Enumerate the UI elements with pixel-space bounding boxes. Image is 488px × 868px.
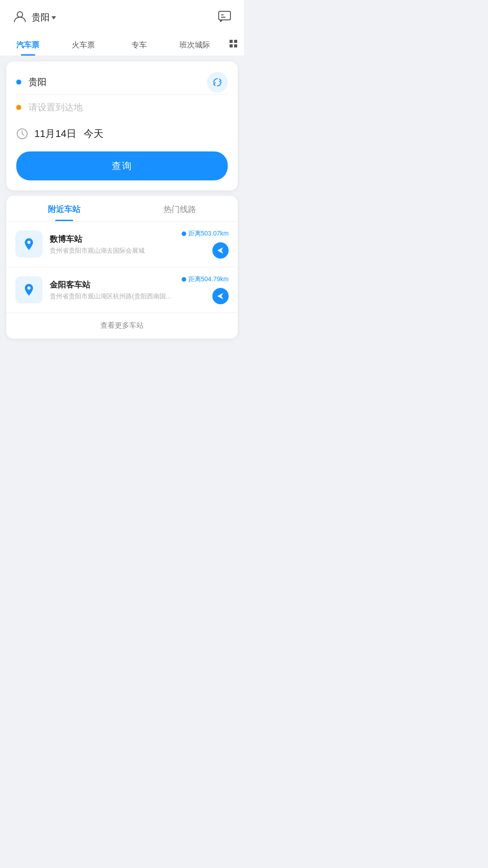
from-dot-icon <box>16 80 21 85</box>
tab-bus-ticket[interactable]: 汽车票 <box>0 35 56 56</box>
tab-intercity[interactable]: 班次城际 <box>167 35 222 56</box>
search-card: 贵阳 请设置到达地 11月14日 今天 查询 <box>6 61 238 190</box>
station-address: 贵州省贵阳市观山湖去国际会展城 <box>50 247 181 255</box>
svg-point-0 <box>17 12 23 17</box>
from-city: 贵阳 <box>28 76 47 88</box>
from-row[interactable]: 贵阳 <box>16 70 228 95</box>
station-info: 金阳客车站 贵州省贵阳市观山湖区杭州路(贵阳西南国... <box>50 279 181 301</box>
chat-icon[interactable] <box>218 9 231 25</box>
svg-point-5 <box>28 287 31 290</box>
distance-dot-icon <box>181 231 187 236</box>
swap-button[interactable] <box>207 72 228 93</box>
more-button[interactable] <box>222 40 244 51</box>
to-row[interactable]: 请设置到达地 <box>16 95 228 120</box>
tab-train-ticket[interactable]: 火车票 <box>56 35 111 56</box>
arrow-icon <box>216 246 225 255</box>
grid-icon <box>230 40 237 47</box>
station-icon-wrap <box>15 276 42 303</box>
svg-point-4 <box>182 231 186 236</box>
nav-tabs: 汽车票 火车票 专车 班次城际 <box>0 33 244 56</box>
header: 贵阳 <box>0 0 244 33</box>
distance-dot-icon <box>181 277 187 282</box>
station-item[interactable]: 数博车站 贵州省贵阳市观山湖去国际会展城 距离503.07km <box>6 222 238 267</box>
station-right: 距离504.79km <box>181 275 229 304</box>
chevron-down-icon <box>52 16 56 19</box>
station-right: 距离503.07km <box>181 230 229 259</box>
station-item[interactable]: 金阳客车站 贵州省贵阳市观山湖区杭州路(贵阳西南国... 距离504.79km <box>6 267 238 313</box>
tab-nearby-stations[interactable]: 附近车站 <box>6 196 122 221</box>
station-address: 贵州省贵阳市观山湖区杭州路(贵阳西南国... <box>50 292 181 301</box>
tab-private-car[interactable]: 专车 <box>111 35 167 56</box>
header-left: 贵阳 <box>13 9 56 25</box>
date-today: 今天 <box>84 127 103 141</box>
city-name: 贵阳 <box>32 11 50 24</box>
date: 11月14日 <box>34 127 76 141</box>
station-tabs: 附近车站 热门线路 <box>6 196 238 222</box>
svg-point-6 <box>182 277 186 282</box>
to-dot-icon <box>16 105 21 110</box>
tab-popular-routes[interactable]: 热门线路 <box>122 196 238 221</box>
location-icon <box>22 237 36 251</box>
view-more-button[interactable]: 查看更多车站 <box>6 313 238 339</box>
station-section: 附近车站 热门线路 数博车站 贵州省贵阳市观山湖去国际会展城 距离503.07k… <box>6 196 238 339</box>
station-icon-wrap <box>15 231 42 258</box>
station-info: 数博车站 贵州省贵阳市观山湖去国际会展城 <box>50 234 181 255</box>
arrow-icon <box>216 292 225 300</box>
user-icon[interactable] <box>13 9 27 25</box>
station-name: 金阳客车站 <box>50 279 181 290</box>
date-row[interactable]: 11月14日 今天 <box>16 120 228 144</box>
city-selector[interactable]: 贵阳 <box>32 11 56 24</box>
svg-rect-1 <box>219 11 230 20</box>
svg-point-3 <box>28 241 31 244</box>
station-distance: 距离503.07km <box>181 230 229 238</box>
search-button[interactable]: 查询 <box>16 151 228 180</box>
station-distance: 距离504.79km <box>181 275 229 283</box>
navigate-button[interactable] <box>212 288 229 304</box>
to-placeholder: 请设置到达地 <box>28 101 83 113</box>
navigate-button[interactable] <box>212 242 229 259</box>
station-name: 数博车站 <box>50 234 181 245</box>
location-icon <box>22 283 36 297</box>
clock-icon <box>16 128 28 140</box>
